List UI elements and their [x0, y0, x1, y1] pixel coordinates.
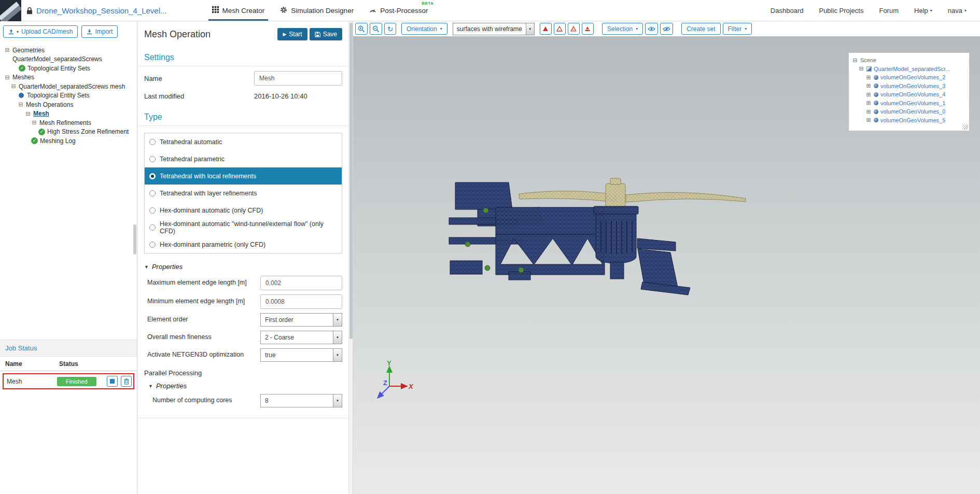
scene-volume-3[interactable]: ⊞volumeOnGeoVolumes_1 [851, 99, 967, 108]
panel-scrollbar-thumb[interactable] [349, 23, 353, 339]
mesh-fineness-select[interactable]: 2 - Coarse▼ [260, 331, 342, 344]
tree-item-topological-entity-sets[interactable]: ✓Topological Entity Sets [2, 64, 135, 73]
collapse-icon[interactable]: ⊟ [31, 119, 37, 126]
collapse-icon[interactable]: ⊟ [18, 101, 24, 108]
create-set-button[interactable]: Create set [681, 23, 720, 35]
orientation-dropdown[interactable]: Orientation▾ [401, 23, 447, 35]
volume-icon [874, 101, 878, 105]
collapse-icon[interactable]: ⊟ [852, 57, 858, 64]
render-mode-select[interactable]: surfaces with wireframe▼ [453, 23, 535, 35]
nav-dashboard[interactable]: Dashboard [771, 7, 804, 15]
scene-volume-4[interactable]: ⊞volumeOnGeoVolumes_0 [851, 107, 967, 116]
mesh-quality-toggle-4[interactable] [582, 23, 594, 35]
app-logo[interactable] [0, 0, 21, 21]
expand-icon[interactable]: ⊞ [865, 117, 872, 123]
radio-icon[interactable] [149, 156, 156, 162]
scene-volume-0[interactable]: ⊞volumeOnGeoVolumes_2 [851, 73, 967, 82]
scene-volume-2[interactable]: ⊞volumeOnGeoVolumes_4 [851, 90, 967, 99]
tab-mesh-creator[interactable]: Mesh Creator [204, 0, 273, 21]
zoom-in-button[interactable] [355, 23, 368, 35]
properties-section-header[interactable]: ▼Properties [138, 256, 348, 274]
min-edge-length-input[interactable] [260, 294, 342, 309]
option-tetrahedral-parametric[interactable]: Tetrahedral parametric [145, 150, 342, 167]
mesh-quality-toggle-1[interactable] [540, 23, 552, 35]
scene-volume-1[interactable]: ⊞volumeOnGeoVolumes_3 [851, 82, 967, 91]
radio-icon[interactable] [149, 242, 156, 248]
reset-view-button[interactable]: ↻ [384, 23, 396, 35]
tree-item-geometries[interactable]: ⊟Geometries [2, 46, 135, 55]
tree-item-meshing-log[interactable]: ✓Meshing Log [2, 136, 135, 146]
upload-cad-button[interactable]: ▾ Upload CAD/mesh [3, 25, 78, 38]
show-selected-button[interactable] [645, 23, 658, 35]
nav-help-menu[interactable]: Help▾ [914, 7, 932, 15]
tree-item-mesh-refinements[interactable]: ⊟Mesh Refinements [2, 118, 135, 128]
tree-item-topological-entity-sets-mesh[interactable]: Topological Entity Sets [2, 91, 135, 101]
sidebar-resize-grip[interactable] [133, 224, 136, 255]
tree-item-meshes[interactable]: ⊟Meshes [2, 73, 135, 82]
scene-root[interactable]: ⊟Scene [851, 56, 967, 65]
filter-dropdown[interactable]: Filter▾ [723, 23, 752, 35]
min-edge-length-label: Minimum element edge length [m] [147, 298, 260, 306]
option-hex-dominant-parametric[interactable]: Hex-dominant parametric (only CFD) [145, 236, 342, 253]
zoom-out-button[interactable] [370, 23, 382, 35]
tab-post-processor[interactable]: Post-Processor BETA [361, 0, 436, 21]
collapse-icon[interactable]: ⊟ [25, 110, 31, 117]
caret-down-icon: ▾ [440, 26, 442, 31]
volume-icon [874, 118, 878, 122]
save-button[interactable]: Save [310, 28, 342, 40]
collapse-icon[interactable]: ⊟ [4, 47, 10, 53]
computing-cores-select[interactable]: 8▼ [260, 394, 342, 407]
mesh-quality-toggle-2[interactable] [554, 23, 566, 35]
option-tetrahedral-automatic[interactable]: Tetrahedral automatic [145, 133, 342, 150]
option-tetrahedral-layer-refinements[interactable]: Tetrahedral with layer refinements [145, 185, 342, 202]
parallel-properties-header[interactable]: ▼Properties [138, 377, 348, 392]
expand-icon[interactable]: ⊞ [865, 82, 872, 89]
delete-job-button[interactable] [121, 376, 132, 387]
element-order-select[interactable]: First order▼ [260, 313, 342, 327]
name-input[interactable] [254, 71, 342, 86]
nav-public-projects[interactable]: Public Projects [819, 7, 863, 15]
radio-icon[interactable] [149, 207, 156, 214]
import-button[interactable]: Import [81, 25, 118, 38]
radio-icon[interactable] [149, 190, 156, 196]
collapse-icon[interactable]: ⊟ [858, 65, 864, 72]
option-tetrahedral-local-refinements[interactable]: Tetrahedral with local refinements [145, 167, 342, 185]
mesh-quality-toggle-3[interactable] [568, 23, 580, 35]
option-hex-dominant-automatic[interactable]: Hex-dominant automatic (only CFD) [145, 202, 342, 219]
upload-icon [8, 29, 14, 35]
stop-job-button[interactable] [107, 376, 118, 387]
nav-forum[interactable]: Forum [879, 7, 899, 15]
expand-icon[interactable]: ⊞ [865, 91, 872, 98]
volume-icon [874, 92, 878, 97]
collapse-icon[interactable]: ⊟ [4, 74, 10, 81]
project-title[interactable]: Drone_Workshop_Session_4_Level... [36, 6, 167, 15]
radio-icon[interactable] [149, 139, 156, 145]
netgen-optimization-select[interactable]: true▼ [260, 348, 342, 362]
selection-dropdown[interactable]: Selection▾ [602, 23, 643, 35]
tab-label: Mesh Creator [222, 7, 265, 15]
radio-icon[interactable] [149, 173, 156, 179]
tree-item-mesh-selected[interactable]: ⊟Mesh [2, 109, 135, 119]
max-edge-length-input[interactable] [260, 276, 342, 290]
scene-tree-overlay[interactable]: ⊟Scene ⊟QuarterModel_separatedScr... ⊞vo… [848, 52, 970, 131]
start-button[interactable]: ▶Start [277, 28, 307, 40]
tree-item-quartermodel[interactable]: QuarterModel_separatedScrews [2, 55, 135, 64]
expand-icon[interactable]: ⊞ [865, 74, 872, 81]
job-status-row[interactable]: Mesh Finished [3, 373, 134, 389]
scene-model[interactable]: ⊟QuarterModel_separatedScr... [851, 65, 967, 74]
panel-scrollbar[interactable] [348, 21, 353, 494]
tree-item-high-stress-zone-refinement[interactable]: ✓High Stress Zone Refinement [2, 128, 135, 137]
radio-icon[interactable] [149, 224, 156, 231]
nav-user-menu[interactable]: nava▾ [948, 7, 967, 15]
expand-icon[interactable]: ⊞ [865, 100, 872, 106]
tree-item-quartermodel-mesh[interactable]: ⊟QuarterModel_separatedScrews mesh [2, 82, 135, 91]
collapse-triangle-icon: ▼ [144, 264, 149, 270]
tree-item-mesh-operations[interactable]: ⊟Mesh Operations [2, 100, 135, 109]
scene-volume-5[interactable]: ⊞volumeOnGeoVolumes_5 [851, 116, 967, 125]
expand-icon[interactable]: ⊞ [865, 108, 872, 115]
collapse-icon[interactable]: ⊟ [10, 83, 17, 90]
option-hex-dominant-windtunnel[interactable]: Hex-dominant automatic "wind-tunnel/exte… [145, 219, 342, 236]
hide-selected-button[interactable] [660, 23, 673, 35]
viewport-canvas[interactable]: ⊟Scene ⊟QuarterModel_separatedScr... ⊞vo… [353, 36, 980, 494]
tab-simulation-designer[interactable]: Simulation Designer [272, 0, 361, 21]
